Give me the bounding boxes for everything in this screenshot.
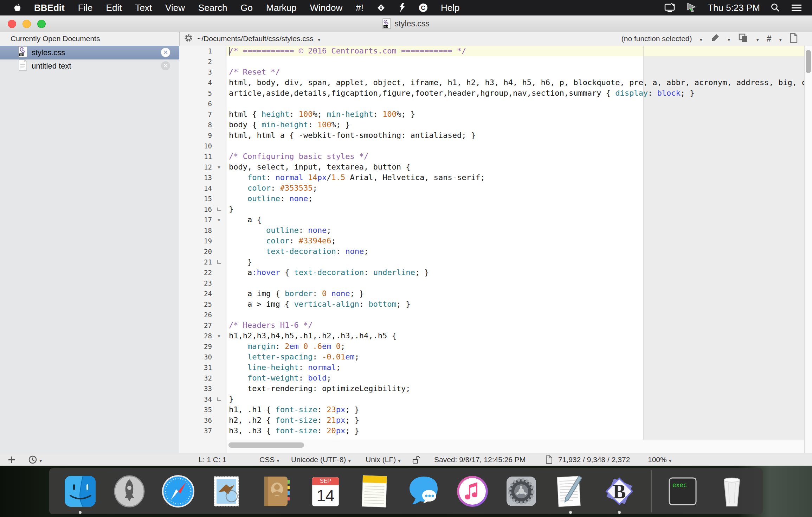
line-number: 18 — [181, 226, 212, 234]
file-path[interactable]: ~/Documents/Default/css/styles.css — [197, 34, 314, 43]
menu-item-[interactable]: #! — [349, 2, 370, 13]
cursor-position: L: 1 C: 1 — [199, 453, 226, 466]
line-number: 36 — [181, 416, 212, 424]
code-line-16: } — [226, 204, 804, 215]
close-document-icon[interactable]: ✕ — [161, 61, 170, 70]
vertical-scrollbar-thumb[interactable] — [806, 50, 811, 73]
markup-tools-icon[interactable] — [370, 2, 392, 13]
close-document-icon[interactable]: ✕ — [161, 48, 170, 57]
vertical-scrollbar[interactable] — [804, 46, 812, 453]
sidebar-item-untitled-text[interactable]: untitled text✕ — [0, 59, 179, 72]
code-line-27: /* Headers H1-6 */ — [226, 320, 804, 331]
menu-item-window[interactable]: Window — [303, 2, 349, 13]
sidebar-item-styles-css[interactable]: TEXTstyles.css✕ — [0, 46, 179, 59]
gutter-row: 14 — [179, 183, 226, 193]
apple-menu[interactable] — [8, 3, 27, 13]
code-line-12: body, select, input, textarea, button { — [226, 162, 804, 172]
c-menu-icon[interactable]: C — [412, 2, 434, 13]
code-line-6 — [226, 98, 804, 109]
zoom-selector[interactable]: 100%▾ — [648, 453, 671, 466]
recent-documents-button[interactable]: ▾ — [28, 453, 42, 466]
dock-item-bbedit[interactable]: B — [601, 473, 637, 509]
document-proxy-icon: TEXT — [382, 18, 391, 29]
dock-item-mail[interactable] — [210, 473, 245, 509]
fold-open-icon[interactable]: ▼ — [212, 165, 226, 170]
menu-clock[interactable]: Thu 5:23 PM — [708, 2, 760, 13]
fold-end-icon[interactable] — [212, 397, 226, 401]
marker-icon[interactable] — [710, 33, 720, 45]
add-document-button[interactable] — [8, 453, 15, 466]
line-ending-selector[interactable]: Unix (LF)▾ — [366, 453, 401, 466]
itunes-icon — [455, 474, 490, 509]
unlocked-icon[interactable] — [412, 453, 420, 466]
code-line-25: a > img { vertical-align: bottom; } — [226, 299, 804, 309]
code-line-21: } — [226, 257, 804, 267]
line-number: 15 — [181, 195, 212, 203]
sidebar-header: Currently Open Documents — [11, 32, 100, 46]
dock-item-messages[interactable] — [406, 473, 442, 509]
language-selector[interactable]: CSS▾ — [259, 453, 279, 466]
code-line-30: letter-spacing: -0.01em; — [226, 352, 804, 362]
line-number: 35 — [181, 406, 212, 414]
horizontal-scrollbar-thumb[interactable] — [228, 442, 304, 448]
finder-icon — [63, 474, 98, 509]
fold-open-icon[interactable]: ▼ — [212, 333, 226, 339]
gutter-row: 10 — [179, 141, 226, 151]
line-number: 28 — [181, 332, 212, 340]
contacts-icon — [259, 474, 294, 509]
dock-item-trash[interactable] — [714, 473, 750, 509]
apple-icon — [13, 3, 22, 13]
display-icon[interactable] — [664, 2, 676, 13]
documents-icon[interactable] — [738, 33, 749, 45]
dock-item-finder[interactable] — [62, 473, 98, 509]
gutter-row: 37 — [179, 426, 226, 436]
dock-item-notes[interactable] — [356, 473, 392, 509]
horizontal-scrollbar[interactable] — [226, 440, 804, 453]
spotlight-icon[interactable] — [771, 3, 780, 13]
menu-item-go[interactable]: Go — [234, 2, 259, 13]
code-line-8: body { min-height: 100%; } — [226, 120, 804, 130]
open-documents-sidebar: TEXTstyles.css✕untitled text✕ — [0, 46, 180, 453]
menu-item-view[interactable]: View — [159, 2, 192, 13]
hash-menu[interactable]: # — [767, 34, 771, 44]
fold-end-icon[interactable] — [212, 260, 226, 264]
menu-item-edit[interactable]: Edit — [99, 2, 129, 13]
menu-item-help[interactable]: Help — [434, 2, 466, 13]
menu-item-file[interactable]: File — [71, 2, 99, 13]
fold-open-icon[interactable]: ▼ — [212, 217, 226, 223]
gutter-row: 2 — [179, 56, 226, 67]
line-number: 1 — [181, 47, 212, 55]
menu-item-search[interactable]: Search — [192, 2, 234, 13]
line-number: 7 — [181, 110, 212, 118]
code-editor[interactable]: /* =========== © 2016 Centroarts.com ===… — [226, 46, 804, 453]
line-number: 22 — [181, 269, 212, 276]
dock-item-safari[interactable] — [160, 473, 196, 509]
encoding-selector[interactable]: Unicode (UTF-8)▾ — [291, 453, 351, 466]
fold-end-icon[interactable] — [212, 208, 226, 211]
dock-item-exec[interactable]: exec — [665, 473, 701, 509]
svg-text:B: B — [613, 481, 626, 503]
dock-item-launchpad[interactable] — [111, 473, 147, 509]
new-document-icon[interactable] — [790, 33, 798, 45]
remote-cursor-icon[interactable] — [687, 2, 697, 13]
saved-timestamp: Saved: 9/8/17, 12:45:26 PM — [434, 453, 526, 466]
dock-item-itunes[interactable] — [455, 473, 490, 509]
gutter-row: 28▼ — [179, 331, 226, 341]
gutter-row: 36 — [179, 415, 226, 426]
function-selector[interactable]: (no function selected) — [621, 34, 692, 43]
menu-item-bbedit[interactable]: BBEdit — [27, 2, 71, 13]
dock-item-calendar[interactable]: SEP14 — [308, 473, 343, 509]
menu-item-text[interactable]: Text — [128, 2, 159, 13]
code-line-11: /* Configuring basic styles */ — [226, 151, 804, 162]
dock-item-contacts[interactable] — [258, 473, 294, 509]
dock-item-system-preferences[interactable] — [503, 473, 539, 509]
script-icon[interactable] — [392, 2, 412, 13]
dock-item-textedit[interactable] — [553, 473, 588, 509]
svg-text:C: C — [421, 5, 425, 11]
gutter-row: 23 — [179, 278, 226, 288]
code-line-2 — [226, 56, 804, 67]
notification-center-icon[interactable] — [791, 3, 802, 12]
gutter-row: 33 — [179, 383, 226, 394]
menu-item-markup[interactable]: Markup — [259, 2, 303, 13]
gear-icon[interactable] — [184, 33, 193, 44]
